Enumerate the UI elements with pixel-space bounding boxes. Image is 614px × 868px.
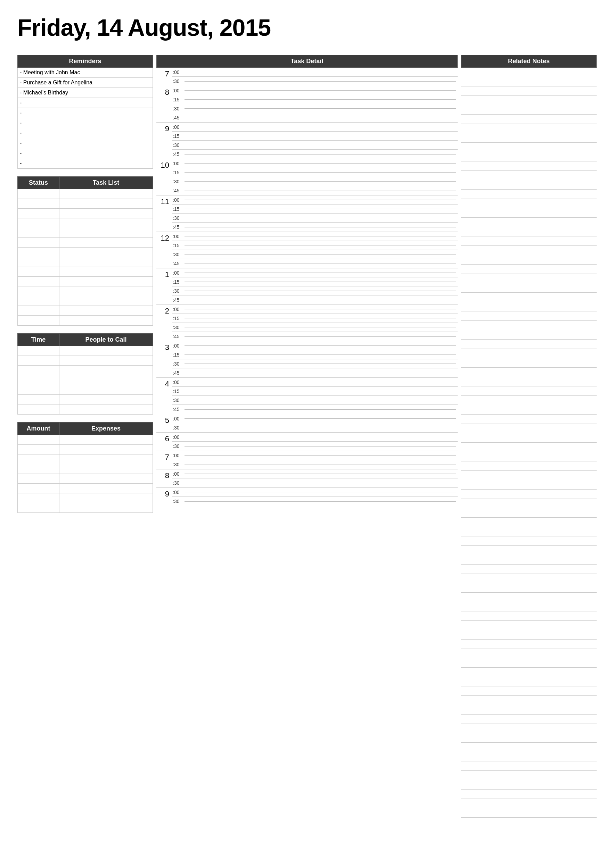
note-line [461,555,597,564]
time-slot-row: :30 [172,287,458,296]
minute-label: :30 [172,325,185,330]
task-slots: 7:00:308:00:15:30:459:00:15:30:4510:00:1… [156,68,458,506]
note-line [461,574,597,583]
reminder-row: - [18,158,152,168]
note-line [461,583,597,593]
note-line [461,105,597,115]
note-line [461,471,597,480]
note-line [461,771,597,780]
note-line [461,218,597,227]
minute-label: :45 [172,115,185,121]
note-line [461,161,597,171]
note-line [461,396,597,405]
minute-label: :45 [172,297,185,303]
note-line [461,283,597,293]
minute-label: :45 [172,334,185,339]
time-slot-row: :00 [172,341,458,350]
expenses-expense-header: Expenses [59,423,152,435]
detail-line [185,483,456,483]
time-slots: :00:15:30:45 [172,341,458,377]
minute-label: :00 [172,343,185,349]
hour-label: 11 [156,195,172,232]
expense-row [18,493,152,503]
call-rows [17,346,153,415]
minute-label: :45 [172,370,185,376]
note-line [461,593,597,602]
minute-label: :15 [172,170,185,175]
hour-label: 4 [156,378,172,414]
time-slot-row: :00 [172,68,458,77]
expenses-rows [17,435,153,513]
hour-label: 9 [156,488,172,506]
time-slot-row: :00 [172,232,458,241]
note-line [461,602,597,611]
detail-line [185,336,456,337]
detail-line [185,72,456,72]
time-slot-group: 1:00:15:30:45 [156,268,458,305]
time-slots: :00:15:30:45 [172,268,458,304]
minute-label: :15 [172,389,185,394]
detail-line [185,446,456,446]
detail-line [185,437,456,437]
time-slot-row: :45 [172,332,458,341]
time-slot-row: :15 [172,387,458,396]
note-line [461,293,597,302]
minute-label: :30 [172,480,185,486]
detail-line [185,273,456,273]
time-slot-row: :30 [172,360,458,368]
detail-line [185,382,456,382]
time-slot-row: :00 [172,305,458,314]
minute-label: :15 [172,352,185,358]
note-line [461,724,597,733]
note-line [461,339,597,349]
expense-row [18,454,152,464]
tasklist-row [18,277,152,287]
expense-row [18,445,152,454]
reminders-list: - Meeting with John Mac- Purchase a Gift… [17,68,153,169]
time-slots: :00:15:30:45 [172,305,458,341]
minute-label: :45 [172,188,185,194]
time-slots: :00:15:30:45 [172,195,458,232]
reminder-row: - [18,148,152,158]
minute-label: :00 [172,471,185,477]
minute-label: :30 [172,252,185,257]
related-notes-header: Related Notes [461,55,597,68]
detail-line [185,309,456,309]
reminders-header: Reminders [17,55,153,68]
note-line [461,246,597,255]
tasklist-row [18,219,152,228]
note-line [461,621,597,630]
time-slot-row: :30 [172,214,458,223]
left-column: Reminders - Meeting with John Mac- Purch… [17,55,153,818]
detail-line [185,90,456,91]
note-line [461,321,597,330]
minute-label: :30 [172,361,185,367]
time-slot-row: :30 [172,396,458,405]
note-line [461,368,597,377]
minute-label: :30 [172,215,185,221]
reminder-row: - [18,108,152,118]
minute-label: :15 [172,316,185,321]
reminder-row: - Meeting with John Mac [18,68,152,78]
detail-line [185,465,456,465]
note-line [461,490,597,499]
detail-line [185,355,456,355]
note-line [461,564,597,574]
reminder-row: - [18,138,152,148]
time-slot-row: :30 [172,323,458,332]
note-line [461,705,597,715]
time-slot-row: :30 [172,442,458,451]
note-line [461,349,597,358]
hour-label: 9 [156,122,172,159]
detail-line [185,154,456,155]
tasklist-status-header: Status [18,177,59,189]
time-slots: :00:30 [172,488,458,506]
minute-label: :00 [172,434,185,440]
hour-label: 5 [156,414,172,432]
time-slot-row: :45 [172,296,458,304]
tasklist-row [18,287,152,296]
detail-line [185,300,456,300]
detail-line [185,118,456,118]
time-slots: :00:15:30:45 [172,378,458,414]
reminder-row: - [18,128,152,138]
